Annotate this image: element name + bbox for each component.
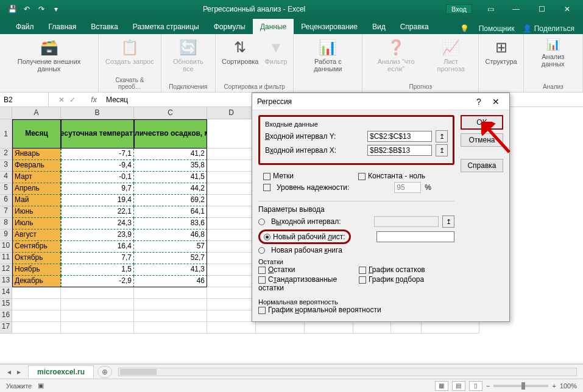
- cancel-button[interactable]: Отмена: [461, 133, 503, 147]
- empty-cell[interactable]: [207, 229, 256, 241]
- month-cell[interactable]: Сентябрь: [12, 241, 61, 253]
- macro-record-icon[interactable]: ▣: [38, 382, 44, 390]
- empty-cell[interactable]: [207, 276, 256, 287]
- tab-help[interactable]: Справка: [393, 19, 436, 34]
- precip-cell[interactable]: 41,5: [134, 172, 207, 183]
- table-header[interactable]: Месяц: [12, 119, 61, 149]
- tell-me-icon[interactable]: 💡: [459, 23, 470, 34]
- month-cell[interactable]: Октябрь: [12, 253, 61, 264]
- month-cell[interactable]: Декабрь: [12, 276, 61, 287]
- login-button[interactable]: Вход: [446, 4, 472, 14]
- empty-cell[interactable]: [207, 172, 256, 183]
- temp-cell[interactable]: -9,4: [61, 160, 134, 172]
- input-x-field[interactable]: [367, 145, 432, 156]
- empty-cell[interactable]: [305, 322, 353, 334]
- empty-cell[interactable]: [61, 299, 134, 310]
- share-button[interactable]: 👤 Поделиться: [523, 24, 574, 33]
- empty-cell[interactable]: [12, 322, 61, 334]
- temp-cell[interactable]: 9,7: [61, 183, 134, 195]
- refresh-all-button[interactable]: 🔄 Обновить все: [166, 37, 210, 74]
- month-cell[interactable]: Май: [12, 195, 61, 206]
- tab-layout[interactable]: Разметка страницы: [125, 19, 207, 34]
- view-pagebreak-button[interactable]: ▯: [469, 381, 482, 391]
- row-header[interactable]: 2: [0, 149, 12, 160]
- empty-cell[interactable]: [391, 322, 422, 334]
- range-picker-out-icon[interactable]: ↥: [442, 215, 454, 228]
- tab-file[interactable]: Файл: [9, 19, 41, 34]
- sheet-tab[interactable]: microexcel.ru: [28, 365, 94, 378]
- temp-cell[interactable]: -2,9: [61, 276, 134, 287]
- tab-view[interactable]: Вид: [365, 19, 393, 34]
- sort-button[interactable]: ⇅ Сортировка: [221, 37, 260, 66]
- month-cell[interactable]: Июль: [12, 218, 61, 229]
- view-normal-button[interactable]: ▦: [435, 381, 448, 391]
- zoom-value[interactable]: 100%: [560, 382, 577, 390]
- temp-cell[interactable]: 19,4: [61, 195, 134, 206]
- empty-cell[interactable]: [422, 322, 479, 334]
- zoom-in-button[interactable]: +: [552, 382, 556, 390]
- row-header[interactable]: 17: [0, 322, 12, 334]
- col-header[interactable]: A: [12, 107, 61, 119]
- month-cell[interactable]: Июнь: [12, 206, 61, 218]
- what-if-button[interactable]: ❓ Анализ "что если": [367, 37, 425, 74]
- precip-cell[interactable]: 46: [134, 276, 207, 287]
- empty-cell[interactable]: [61, 322, 134, 334]
- temp-cell[interactable]: 23,9: [61, 229, 134, 241]
- qat-dropdown-icon[interactable]: ▾: [50, 3, 62, 15]
- fx-icon[interactable]: fx: [85, 96, 102, 104]
- col-header[interactable]: D: [207, 107, 256, 119]
- empty-cell[interactable]: [207, 253, 256, 264]
- temp-cell[interactable]: -7,1: [61, 149, 134, 160]
- month-cell[interactable]: Ноябрь: [12, 264, 61, 276]
- sheet-nav-first-icon[interactable]: ◂: [5, 368, 13, 376]
- new-query-button[interactable]: 📋 Создать запрос: [104, 37, 155, 66]
- row-header[interactable]: 1: [0, 119, 12, 149]
- row-header[interactable]: 14: [0, 287, 12, 299]
- empty-cell[interactable]: [207, 322, 256, 334]
- empty-cell[interactable]: [12, 310, 61, 322]
- range-picker-x-icon[interactable]: ↥: [436, 144, 448, 156]
- col-header[interactable]: [0, 107, 12, 119]
- new-sheet-button[interactable]: ⊕: [97, 366, 112, 378]
- empty-cell[interactable]: [12, 299, 61, 310]
- table-header[interactable]: Количество осадков, мм: [134, 119, 207, 149]
- outline-button[interactable]: ⊞ Структура: [484, 37, 518, 66]
- empty-cell[interactable]: [207, 160, 256, 172]
- zoom-out-button[interactable]: −: [486, 382, 490, 390]
- tab-formulas[interactable]: Формулы: [207, 19, 253, 34]
- row-header[interactable]: 3: [0, 160, 12, 172]
- month-cell[interactable]: Август: [12, 229, 61, 241]
- empty-cell[interactable]: [353, 322, 391, 334]
- row-header[interactable]: 5: [0, 183, 12, 195]
- confidence-checkbox[interactable]: [263, 184, 270, 191]
- row-header[interactable]: 8: [0, 218, 12, 229]
- help-button[interactable]: Справка: [461, 159, 503, 172]
- normal-plot-checkbox[interactable]: [258, 307, 266, 314]
- empty-cell[interactable]: [207, 299, 256, 310]
- precip-cell[interactable]: 69,2: [134, 195, 207, 206]
- data-tools-button[interactable]: 📊 Работа с данными: [299, 37, 357, 74]
- confidence-value[interactable]: 95: [394, 182, 421, 193]
- precip-cell[interactable]: 44,2: [134, 183, 207, 195]
- save-icon[interactable]: 💾: [6, 3, 18, 15]
- input-y-field[interactable]: [367, 131, 432, 142]
- empty-cell[interactable]: [134, 322, 207, 334]
- empty-cell[interactable]: [134, 310, 207, 322]
- table-header[interactable]: Среднесуточная температура, °C: [61, 119, 134, 149]
- empty-cell[interactable]: [256, 322, 305, 334]
- zoom-slider[interactable]: [493, 385, 548, 387]
- empty-cell[interactable]: [61, 310, 134, 322]
- dialog-close-icon[interactable]: ✕: [487, 97, 504, 107]
- std-residuals-checkbox[interactable]: [258, 276, 266, 284]
- output-range-radio[interactable]: [258, 219, 265, 225]
- maximize-icon[interactable]: ☐: [529, 1, 554, 17]
- precip-cell[interactable]: 35,8: [134, 160, 207, 172]
- precip-cell[interactable]: 41,2: [134, 149, 207, 160]
- row-header[interactable]: 13: [0, 276, 12, 287]
- row-header[interactable]: 11: [0, 253, 12, 264]
- labels-checkbox[interactable]: [263, 173, 270, 180]
- precip-cell[interactable]: 57: [134, 241, 207, 253]
- empty-cell[interactable]: [61, 287, 134, 299]
- empty-cell[interactable]: [207, 218, 256, 229]
- empty-cell[interactable]: [207, 241, 256, 253]
